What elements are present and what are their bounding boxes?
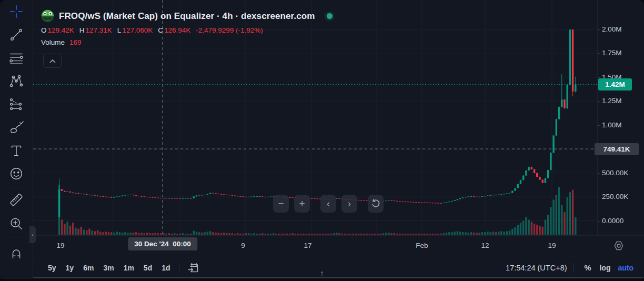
price-tick <box>598 101 600 102</box>
reset-icon <box>371 199 380 208</box>
time-axis-label: 19 <box>56 242 64 249</box>
change-value: -2,479.9299 (-1.92%) <box>196 26 263 34</box>
price-axis-label: 0.0000 <box>602 217 623 225</box>
drawing-toolbar <box>0 0 33 278</box>
scroll-left-button[interactable]: ‹ <box>320 195 336 213</box>
tool-parallel-lines-button[interactable] <box>0 46 33 69</box>
chart-header: FROQ/wS (Market Cap) on Equalizer · 4h ·… <box>41 9 334 46</box>
range-6m-button[interactable]: 6m <box>79 262 97 274</box>
volume-value: 169 <box>69 38 82 46</box>
tool-projection-button[interactable] <box>0 93 33 116</box>
range-1m-button[interactable]: 1m <box>120 262 138 274</box>
time-axis[interactable]: 19917Feb121930 Dec '24 00:00 <box>0 235 644 257</box>
time-axis-label: 9 <box>241 242 245 249</box>
toolbar-collapse-handle[interactable]: ‹ <box>29 226 36 243</box>
session-clock[interactable]: 17:54:24 (UTC+8) <box>506 264 567 272</box>
current-price-badge: 1.42M <box>598 78 632 91</box>
price-axis-label: 1.00M <box>602 121 622 129</box>
chart-nav-cluster: − + ‹ › <box>273 195 384 213</box>
token-logo-frog-icon <box>41 9 54 23</box>
parallel-lines-icon <box>8 50 24 66</box>
magnet-icon <box>8 243 24 258</box>
volume-label: Volume <box>41 38 65 46</box>
time-axis-label: 17 <box>304 242 311 249</box>
price-axis-label: 2.00M <box>602 25 622 33</box>
calendar-icon <box>187 262 199 274</box>
chevron-up-icon <box>49 59 56 63</box>
tool-crosshair-button[interactable] <box>0 0 33 23</box>
volume-indicator-row: Volume 169 <box>41 38 334 46</box>
candles <box>58 29 577 218</box>
emoji-icon <box>8 166 24 182</box>
trading-chart-app: FROQ/wS (Market Cap) on Equalizer · 4h ·… <box>0 0 644 281</box>
price-tick <box>598 221 600 222</box>
price-tick <box>598 29 600 30</box>
crosshair-time-badge: 30 Dec '24 00:00 <box>128 237 197 250</box>
zoom-in-icon <box>8 216 24 232</box>
chart-title: FROQ/wS (Market Cap) on Equalizer · 4h ·… <box>59 11 315 22</box>
brush-icon <box>8 119 24 135</box>
live-status-dot-icon <box>325 12 334 21</box>
tool-emoji-button[interactable] <box>0 162 33 185</box>
ruler-icon <box>8 193 24 208</box>
range-5d-button[interactable]: 5d <box>140 262 156 274</box>
price-axis-label: 1.25M <box>602 97 622 105</box>
expand-pane-handle[interactable]: ↑ <box>320 268 324 277</box>
auto-scale-button[interactable]: auto <box>615 262 637 274</box>
crosshair-price-badge: 749.41K <box>595 143 639 155</box>
price-axis-label: 1.75M <box>602 49 622 57</box>
zoom-out-button[interactable]: − <box>273 195 289 213</box>
axis-settings-button[interactable] <box>613 240 625 254</box>
price-tick <box>598 173 600 174</box>
tool-trend-line-button[interactable] <box>0 23 33 46</box>
time-axis-label: 19 <box>548 242 556 249</box>
price-tick <box>598 197 600 197</box>
xabcd-pattern-icon <box>8 73 24 89</box>
toolbar-divider <box>5 187 27 187</box>
divider <box>179 263 179 273</box>
range-5y-button[interactable]: 5y <box>44 262 60 274</box>
tool-ruler-button[interactable] <box>0 189 33 212</box>
high-label: H <box>79 26 85 34</box>
price-axis-label: 250.00K <box>602 193 628 200</box>
range-3m-button[interactable]: 3m <box>99 262 117 274</box>
price-tick <box>598 53 600 54</box>
toolbar-divider <box>5 237 27 237</box>
date-range-switcher: 5y1y6m3m1m5d1d <box>44 262 174 274</box>
scroll-right-button[interactable]: › <box>341 195 357 213</box>
text-tool-icon <box>8 143 24 158</box>
price-tick <box>598 125 600 126</box>
open-value: 129.42K <box>48 26 74 34</box>
tool-magnet-button[interactable] <box>0 239 33 262</box>
range-1d-button[interactable]: 1d <box>158 262 174 274</box>
tool-text-tool-button[interactable] <box>0 139 33 162</box>
ohlc-row: O129.42K H127.31K L127.060K C126.94K -2,… <box>41 26 334 34</box>
bottom-edge <box>0 278 644 281</box>
projection-icon <box>8 96 24 112</box>
close-label: C <box>158 26 163 34</box>
high-value: 127.31K <box>86 26 112 34</box>
settings-hexagon-icon <box>613 240 625 252</box>
range-1y-button[interactable]: 1y <box>62 262 78 274</box>
trend-line-icon <box>8 27 24 43</box>
collapse-indicators-button[interactable] <box>43 54 62 68</box>
low-label: L <box>117 26 122 34</box>
log-scale-button[interactable]: log <box>595 262 615 274</box>
go-to-date-button[interactable] <box>184 261 202 275</box>
crosshair-icon <box>8 4 24 19</box>
close-value: 126.94K <box>164 26 190 34</box>
divider <box>573 263 574 273</box>
low-value: 127.060K <box>122 26 153 34</box>
tool-zoom-in-button[interactable] <box>0 212 33 235</box>
tool-xabcd-pattern-button[interactable] <box>0 69 33 93</box>
percent-scale-button[interactable]: % <box>580 262 596 274</box>
tool-brush-button[interactable] <box>0 116 33 139</box>
price-axis[interactable]: 2.00M1.75M1.50M1.25M1.00M500.00K250.00K0… <box>597 0 644 235</box>
zoom-in-button[interactable]: + <box>294 195 310 213</box>
price-axis-label: 500.00K <box>602 169 628 177</box>
time-axis-label: 12 <box>481 242 489 249</box>
reset-chart-button[interactable] <box>368 195 384 213</box>
open-label: O <box>41 26 47 34</box>
time-axis-label: Feb <box>416 242 428 249</box>
price-tick <box>598 77 600 78</box>
